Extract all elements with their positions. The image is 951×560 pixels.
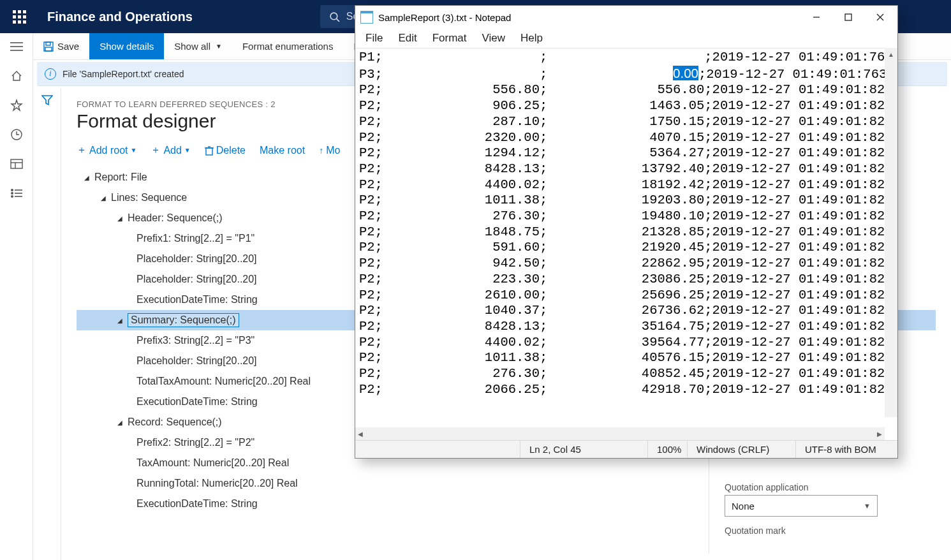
maximize-button[interactable] [832, 6, 864, 29]
tree-node-label: ExecutionDateTime: String [136, 498, 258, 510]
status-zoom: 100% [647, 441, 687, 458]
chevron-down-icon: ▼ [130, 147, 136, 154]
modules-icon[interactable] [10, 186, 24, 200]
left-rail [0, 33, 33, 560]
tree-twisty-icon[interactable]: ◢ [83, 174, 91, 181]
tree-node-label: Prefix2: String[2..2] = "P2" [136, 437, 254, 448]
add-root-button[interactable]: ＋Add root▼ [77, 144, 136, 157]
svg-rect-18 [206, 148, 212, 155]
tree-node-label: TotalTaxAmount: Numeric[20..20] Real [136, 376, 311, 387]
recent-icon[interactable] [10, 128, 24, 142]
svg-rect-6 [11, 159, 22, 168]
chevron-down-icon: ▼ [864, 502, 871, 510]
menu-item[interactable]: File [358, 31, 390, 46]
svg-point-13 [11, 196, 12, 197]
save-button[interactable]: Save [33, 33, 89, 59]
save-icon [43, 41, 54, 52]
scroll-right-icon[interactable]: ▶ [877, 431, 882, 438]
svg-line-1 [337, 18, 339, 21]
status-eol: Windows (CRLF) [687, 441, 795, 458]
app-title: Finance and Operations [47, 10, 193, 24]
home-icon[interactable] [10, 69, 24, 83]
svg-rect-17 [45, 47, 52, 51]
tree-node-label: Placeholder: String[20..20] [136, 274, 257, 285]
plus-icon: ＋ [77, 144, 87, 157]
properties-form: Quotation application None ▼ Quotation m… [709, 458, 925, 554]
waffle-icon[interactable] [10, 8, 28, 26]
workspace-icon[interactable] [10, 157, 24, 171]
tree-node-label: Placeholder: String[20..20] [136, 355, 257, 367]
svg-rect-16 [46, 42, 50, 45]
plus-icon: ＋ [151, 144, 161, 157]
vertical-scrollbar[interactable]: ▲ [885, 48, 897, 417]
notepad-menu[interactable]: FileEditFormatViewHelp [355, 29, 897, 48]
notepad-text-area[interactable]: P1; ; ;2019-12-27 01:49:01:763 P3; ; 0.0… [355, 48, 897, 427]
move-up-button[interactable]: ↑Mo [319, 145, 340, 156]
arrow-up-icon: ↑ [319, 145, 323, 156]
filter-column [33, 88, 61, 560]
scroll-up-icon[interactable]: ▲ [885, 48, 897, 61]
status-encoding: UTF-8 with BOM [795, 441, 897, 458]
delete-button[interactable]: Delete [205, 145, 246, 156]
svg-point-9 [11, 189, 12, 191]
menu-item[interactable]: View [475, 31, 513, 46]
tree-twisty-icon[interactable]: ◢ [116, 317, 124, 324]
minimize-button[interactable] [800, 6, 832, 29]
show-details-button[interactable]: Show details [89, 33, 164, 59]
menu-item[interactable]: Format [425, 31, 475, 46]
save-label: Save [57, 41, 79, 52]
info-icon: i [45, 68, 56, 80]
tree-node-label: Summary: Sequence(;) [128, 313, 239, 327]
tree-node-label: Record: Sequence(;) [128, 416, 222, 428]
menu-item[interactable]: Edit [390, 31, 424, 46]
quotation-application-label: Quotation application [725, 482, 910, 492]
search-icon [329, 11, 340, 22]
make-root-button[interactable]: Make root [260, 145, 305, 156]
notepad-window[interactable]: SampleReport (3).txt - Notepad FileEditF… [355, 5, 898, 459]
tree-node-label: ExecutionDateTime: String [136, 396, 258, 408]
trash-icon [205, 145, 214, 156]
tree-node-label: TaxAmount: Numeric[20..20] Real [136, 457, 289, 469]
chevron-down-icon: ▼ [184, 147, 191, 154]
horizontal-scrollbar[interactable]: ◀▶ [355, 427, 885, 440]
chevron-down-icon: ▼ [216, 43, 222, 50]
quotation-application-select[interactable]: None ▼ [725, 495, 878, 517]
svg-point-11 [11, 193, 12, 194]
filter-icon[interactable] [41, 94, 53, 560]
svg-point-0 [330, 13, 337, 20]
tree-twisty-icon[interactable]: ◢ [100, 195, 107, 202]
scroll-left-icon[interactable]: ◀ [358, 431, 363, 438]
notepad-statusbar: Ln 2, Col 45 100% Windows (CRLF) UTF-8 w… [355, 440, 897, 458]
add-button[interactable]: ＋Add▼ [151, 144, 190, 157]
info-message: File 'SampleReport.txt' created [63, 69, 184, 79]
notepad-title: SampleReport (3).txt - Notepad [378, 12, 511, 23]
tree-node-label: Lines: Sequence [111, 192, 187, 203]
format-enumerations-button[interactable]: Format enumerations [232, 33, 344, 59]
notepad-titlebar[interactable]: SampleReport (3).txt - Notepad [355, 6, 897, 29]
tree-twisty-icon[interactable]: ◢ [116, 215, 124, 222]
notepad-app-icon [360, 11, 373, 24]
tree-node-label: Report: File [94, 172, 147, 183]
quotation-mark-label: Quotation mark [725, 526, 910, 536]
tree-node-label: RunningTotal: Numeric[20..20] Real [136, 478, 298, 489]
tree-node-label: Prefix3: String[2..2] = "P3" [136, 335, 254, 346]
tree-twisty-icon[interactable]: ◢ [116, 419, 124, 426]
status-position: Ln 2, Col 45 [520, 441, 647, 458]
star-icon[interactable] [10, 98, 24, 112]
menu-item[interactable]: Help [513, 31, 550, 46]
close-button[interactable] [864, 6, 896, 29]
tree-node-label: Header: Sequence(;) [128, 212, 223, 224]
svg-rect-22 [845, 14, 851, 20]
show-all-button[interactable]: Show all▼ [164, 33, 232, 59]
tree-node-label: Placeholder: String[20..20] [136, 253, 257, 265]
tree-node-label: ExecutionDateTime: String [136, 294, 258, 306]
hamburger-icon[interactable] [10, 40, 24, 54]
tree-node-label: Prefix1: String[2..2] = "P1" [136, 233, 254, 244]
